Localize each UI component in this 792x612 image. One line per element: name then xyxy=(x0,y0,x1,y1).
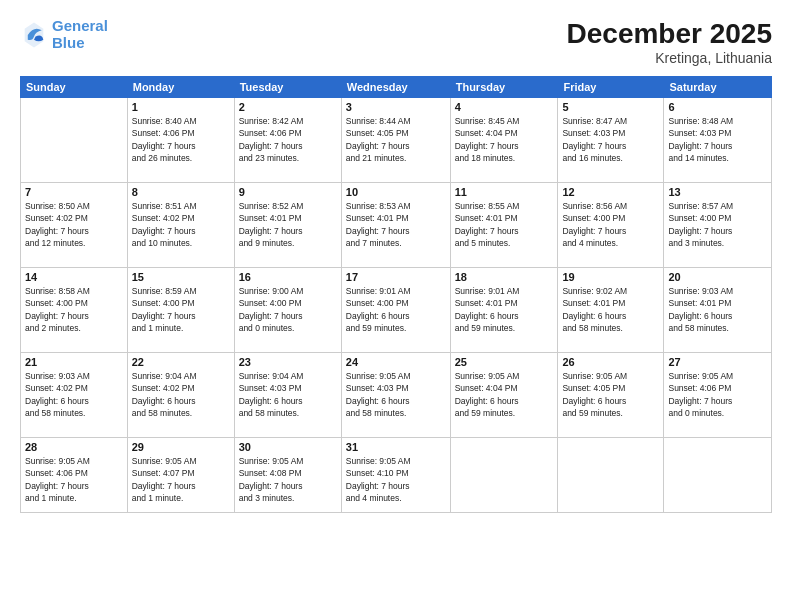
day-info: Sunrise: 8:51 AMSunset: 4:02 PMDaylight:… xyxy=(132,200,230,249)
day-number: 29 xyxy=(132,441,230,453)
day-info: Sunrise: 9:05 AMSunset: 4:03 PMDaylight:… xyxy=(346,370,446,419)
day-info: Sunrise: 8:52 AMSunset: 4:01 PMDaylight:… xyxy=(239,200,337,249)
day-info: Sunrise: 9:00 AMSunset: 4:00 PMDaylight:… xyxy=(239,285,337,334)
calendar-week-row: 1Sunrise: 8:40 AMSunset: 4:06 PMDaylight… xyxy=(21,98,772,183)
day-number: 12 xyxy=(562,186,659,198)
calendar-cell: 3Sunrise: 8:44 AMSunset: 4:05 PMDaylight… xyxy=(341,98,450,183)
day-info: Sunrise: 8:44 AMSunset: 4:05 PMDaylight:… xyxy=(346,115,446,164)
day-info: Sunrise: 9:02 AMSunset: 4:01 PMDaylight:… xyxy=(562,285,659,334)
day-number: 11 xyxy=(455,186,554,198)
day-number: 15 xyxy=(132,271,230,283)
day-info: Sunrise: 9:04 AMSunset: 4:03 PMDaylight:… xyxy=(239,370,337,419)
day-number: 19 xyxy=(562,271,659,283)
day-number: 9 xyxy=(239,186,337,198)
logo-line2: Blue xyxy=(52,34,85,51)
calendar-cell xyxy=(450,438,558,513)
calendar-cell: 4Sunrise: 8:45 AMSunset: 4:04 PMDaylight… xyxy=(450,98,558,183)
weekday-header: Wednesday xyxy=(341,77,450,98)
day-number: 30 xyxy=(239,441,337,453)
calendar-cell: 12Sunrise: 8:56 AMSunset: 4:00 PMDayligh… xyxy=(558,183,664,268)
day-number: 23 xyxy=(239,356,337,368)
day-info: Sunrise: 8:42 AMSunset: 4:06 PMDaylight:… xyxy=(239,115,337,164)
calendar-cell: 11Sunrise: 8:55 AMSunset: 4:01 PMDayligh… xyxy=(450,183,558,268)
weekday-header: Thursday xyxy=(450,77,558,98)
calendar-cell: 31Sunrise: 9:05 AMSunset: 4:10 PMDayligh… xyxy=(341,438,450,513)
calendar-cell: 15Sunrise: 8:59 AMSunset: 4:00 PMDayligh… xyxy=(127,268,234,353)
calendar-cell: 7Sunrise: 8:50 AMSunset: 4:02 PMDaylight… xyxy=(21,183,128,268)
calendar-cell: 27Sunrise: 9:05 AMSunset: 4:06 PMDayligh… xyxy=(664,353,772,438)
weekday-header: Monday xyxy=(127,77,234,98)
day-number: 24 xyxy=(346,356,446,368)
day-info: Sunrise: 9:05 AMSunset: 4:10 PMDaylight:… xyxy=(346,455,446,504)
day-info: Sunrise: 9:05 AMSunset: 4:07 PMDaylight:… xyxy=(132,455,230,504)
calendar-cell: 30Sunrise: 9:05 AMSunset: 4:08 PMDayligh… xyxy=(234,438,341,513)
day-info: Sunrise: 8:59 AMSunset: 4:00 PMDaylight:… xyxy=(132,285,230,334)
day-number: 26 xyxy=(562,356,659,368)
weekday-header: Saturday xyxy=(664,77,772,98)
day-number: 7 xyxy=(25,186,123,198)
day-info: Sunrise: 9:04 AMSunset: 4:02 PMDaylight:… xyxy=(132,370,230,419)
day-number: 27 xyxy=(668,356,767,368)
day-info: Sunrise: 8:57 AMSunset: 4:00 PMDaylight:… xyxy=(668,200,767,249)
calendar-cell xyxy=(664,438,772,513)
day-info: Sunrise: 8:58 AMSunset: 4:00 PMDaylight:… xyxy=(25,285,123,334)
day-info: Sunrise: 8:45 AMSunset: 4:04 PMDaylight:… xyxy=(455,115,554,164)
day-info: Sunrise: 9:05 AMSunset: 4:06 PMDaylight:… xyxy=(668,370,767,419)
day-info: Sunrise: 9:05 AMSunset: 4:05 PMDaylight:… xyxy=(562,370,659,419)
day-info: Sunrise: 9:03 AMSunset: 4:02 PMDaylight:… xyxy=(25,370,123,419)
day-number: 13 xyxy=(668,186,767,198)
location: Kretinga, Lithuania xyxy=(567,50,772,66)
calendar-cell: 23Sunrise: 9:04 AMSunset: 4:03 PMDayligh… xyxy=(234,353,341,438)
calendar-cell: 1Sunrise: 8:40 AMSunset: 4:06 PMDaylight… xyxy=(127,98,234,183)
month-title: December 2025 xyxy=(567,18,772,50)
day-number: 28 xyxy=(25,441,123,453)
title-block: December 2025 Kretinga, Lithuania xyxy=(567,18,772,66)
day-number: 5 xyxy=(562,101,659,113)
calendar-cell: 21Sunrise: 9:03 AMSunset: 4:02 PMDayligh… xyxy=(21,353,128,438)
calendar-week-row: 28Sunrise: 9:05 AMSunset: 4:06 PMDayligh… xyxy=(21,438,772,513)
day-number: 21 xyxy=(25,356,123,368)
logo-icon xyxy=(20,21,48,49)
page: General Blue December 2025 Kretinga, Lit… xyxy=(0,0,792,612)
calendar-cell: 26Sunrise: 9:05 AMSunset: 4:05 PMDayligh… xyxy=(558,353,664,438)
day-info: Sunrise: 9:01 AMSunset: 4:00 PMDaylight:… xyxy=(346,285,446,334)
day-info: Sunrise: 9:05 AMSunset: 4:08 PMDaylight:… xyxy=(239,455,337,504)
calendar-cell: 28Sunrise: 9:05 AMSunset: 4:06 PMDayligh… xyxy=(21,438,128,513)
calendar-cell: 6Sunrise: 8:48 AMSunset: 4:03 PMDaylight… xyxy=(664,98,772,183)
day-info: Sunrise: 8:55 AMSunset: 4:01 PMDaylight:… xyxy=(455,200,554,249)
day-info: Sunrise: 8:48 AMSunset: 4:03 PMDaylight:… xyxy=(668,115,767,164)
day-number: 3 xyxy=(346,101,446,113)
weekday-header: Friday xyxy=(558,77,664,98)
day-number: 14 xyxy=(25,271,123,283)
day-info: Sunrise: 9:05 AMSunset: 4:04 PMDaylight:… xyxy=(455,370,554,419)
day-info: Sunrise: 8:53 AMSunset: 4:01 PMDaylight:… xyxy=(346,200,446,249)
calendar-cell: 29Sunrise: 9:05 AMSunset: 4:07 PMDayligh… xyxy=(127,438,234,513)
logo-text: General Blue xyxy=(52,18,108,51)
day-number: 16 xyxy=(239,271,337,283)
day-number: 6 xyxy=(668,101,767,113)
calendar-cell: 17Sunrise: 9:01 AMSunset: 4:00 PMDayligh… xyxy=(341,268,450,353)
calendar-cell: 22Sunrise: 9:04 AMSunset: 4:02 PMDayligh… xyxy=(127,353,234,438)
calendar-cell: 5Sunrise: 8:47 AMSunset: 4:03 PMDaylight… xyxy=(558,98,664,183)
day-number: 20 xyxy=(668,271,767,283)
day-number: 8 xyxy=(132,186,230,198)
calendar-cell: 16Sunrise: 9:00 AMSunset: 4:00 PMDayligh… xyxy=(234,268,341,353)
day-info: Sunrise: 9:01 AMSunset: 4:01 PMDaylight:… xyxy=(455,285,554,334)
day-number: 1 xyxy=(132,101,230,113)
day-info: Sunrise: 9:03 AMSunset: 4:01 PMDaylight:… xyxy=(668,285,767,334)
calendar-cell: 25Sunrise: 9:05 AMSunset: 4:04 PMDayligh… xyxy=(450,353,558,438)
day-number: 25 xyxy=(455,356,554,368)
calendar-cell: 8Sunrise: 8:51 AMSunset: 4:02 PMDaylight… xyxy=(127,183,234,268)
day-info: Sunrise: 8:50 AMSunset: 4:02 PMDaylight:… xyxy=(25,200,123,249)
day-number: 2 xyxy=(239,101,337,113)
calendar-cell xyxy=(21,98,128,183)
day-number: 10 xyxy=(346,186,446,198)
calendar-cell: 24Sunrise: 9:05 AMSunset: 4:03 PMDayligh… xyxy=(341,353,450,438)
calendar-cell: 19Sunrise: 9:02 AMSunset: 4:01 PMDayligh… xyxy=(558,268,664,353)
calendar-table: SundayMondayTuesdayWednesdayThursdayFrid… xyxy=(20,76,772,513)
calendar-cell: 14Sunrise: 8:58 AMSunset: 4:00 PMDayligh… xyxy=(21,268,128,353)
logo-line1: General xyxy=(52,17,108,34)
day-number: 31 xyxy=(346,441,446,453)
calendar-cell: 10Sunrise: 8:53 AMSunset: 4:01 PMDayligh… xyxy=(341,183,450,268)
calendar-cell xyxy=(558,438,664,513)
